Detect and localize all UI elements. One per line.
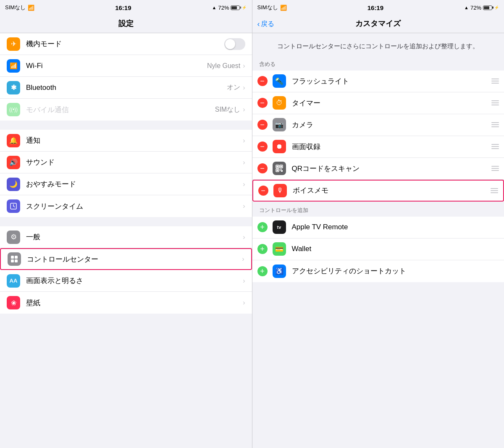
time-right: 16:19 bbox=[368, 4, 383, 11]
qr-row[interactable]: − QRコードをスキャン bbox=[252, 158, 504, 180]
qr-drag-handle[interactable] bbox=[491, 166, 499, 171]
include-section-label: 含める bbox=[252, 55, 504, 71]
flashlight-icon: 🔦 bbox=[273, 74, 286, 88]
camera-row[interactable]: − 📷 カメラ bbox=[252, 114, 504, 136]
svg-rect-5 bbox=[11, 259, 14, 262]
accessibility-icon: ♿ bbox=[273, 265, 286, 278]
airplane-label: 機内モード bbox=[26, 39, 224, 49]
sounds-label: サウンド bbox=[26, 157, 243, 167]
camera-remove-btn[interactable]: − bbox=[257, 120, 268, 130]
appletv-add-btn[interactable]: + bbox=[257, 222, 268, 232]
add-group: + tv Apple TV Remote + 💳 Wallet + ♿ bbox=[252, 217, 504, 282]
battery-pct-left: 72% bbox=[218, 5, 229, 11]
settings-nav-bar: 設定 bbox=[0, 15, 252, 33]
display-label: 画面表示と明るさ bbox=[26, 276, 243, 286]
svg-rect-15 bbox=[280, 170, 281, 171]
svg-rect-4 bbox=[15, 256, 18, 259]
mobile-icon: ((•)) bbox=[7, 103, 20, 116]
svg-rect-10 bbox=[276, 166, 278, 168]
qr-remove-btn[interactable]: − bbox=[257, 163, 268, 173]
accessibility-row[interactable]: + ♿ アクセシビリティのショートカット bbox=[252, 260, 504, 282]
voicememo-row[interactable]: − 🎙 ボイスメモ bbox=[252, 180, 504, 202]
controlcenter-chevron: › bbox=[242, 255, 244, 263]
mobile-row[interactable]: ((•)) モバイル通信 SIMなし › bbox=[0, 99, 252, 121]
mobile-label: モバイル通信 bbox=[26, 105, 215, 115]
customize-nav-bar: ‹ 戻る カスタマイズ bbox=[252, 15, 504, 33]
wallet-add-btn[interactable]: + bbox=[257, 244, 268, 254]
voicememo-drag-handle[interactable] bbox=[491, 188, 498, 193]
general-icon: ⚙ bbox=[7, 231, 20, 244]
location-icon-right: ▲ bbox=[464, 5, 469, 10]
general-row[interactable]: ⚙ 一般 › bbox=[0, 226, 252, 248]
wallpaper-icon: ❀ bbox=[7, 296, 20, 309]
timer-drag-handle[interactable] bbox=[491, 100, 499, 105]
alerts-section: 🔔 通知 › 🔊 サウンド › 🌙 おやすみモード bbox=[0, 130, 252, 217]
flashlight-remove-btn[interactable]: − bbox=[257, 76, 268, 86]
appletv-row[interactable]: + tv Apple TV Remote bbox=[252, 217, 504, 238]
controlcenter-icon bbox=[8, 252, 21, 266]
accessibility-label: アクセシビリティのショートカット bbox=[292, 266, 499, 276]
status-bar-right: SIMなし 📶 16:19 ▲ 72% ⚡ bbox=[252, 0, 504, 15]
battery-pct-right: 72% bbox=[470, 5, 481, 11]
voicememo-icon: 🎙 bbox=[273, 184, 287, 197]
timer-remove-btn[interactable]: − bbox=[257, 98, 268, 108]
timer-icon: ⏱ bbox=[273, 96, 286, 110]
sounds-row[interactable]: 🔊 サウンド › bbox=[0, 152, 252, 173]
wifi-chevron: › bbox=[243, 62, 245, 70]
voicememo-remove-btn[interactable]: − bbox=[258, 186, 268, 196]
voicememo-label: ボイスメモ bbox=[293, 186, 491, 195]
controlcenter-label: コントロールセンター bbox=[27, 254, 242, 264]
screenrecord-row[interactable]: − ⏺ 画面収録 bbox=[252, 136, 504, 158]
back-button[interactable]: ‹ 戻る bbox=[257, 20, 274, 29]
screentime-chevron: › bbox=[243, 202, 245, 210]
svg-rect-3 bbox=[11, 256, 14, 259]
carrier-left: SIMなし bbox=[5, 4, 26, 11]
accessibility-add-btn[interactable]: + bbox=[257, 266, 268, 276]
display-icon: AA bbox=[7, 274, 20, 288]
wallpaper-row[interactable]: ❀ 壁紙 › bbox=[0, 292, 252, 314]
customize-title: カスタマイズ bbox=[355, 19, 401, 28]
flashlight-label: フラッシュライト bbox=[292, 76, 492, 86]
bluetooth-row[interactable]: ✱ Bluetooth オン › bbox=[0, 77, 252, 99]
wifi-icon: 📶 bbox=[7, 59, 20, 73]
screentime-icon bbox=[7, 199, 20, 213]
screentime-row[interactable]: スクリーンタイム › bbox=[0, 195, 252, 217]
battery-icon-left bbox=[231, 5, 240, 10]
timer-row[interactable]: − ⏱ タイマー bbox=[252, 92, 504, 114]
battery-icon-right bbox=[483, 5, 492, 10]
wifi-icon-left: 📶 bbox=[28, 5, 34, 11]
notifications-icon: 🔔 bbox=[7, 134, 20, 147]
wallet-icon: 💳 bbox=[273, 242, 286, 256]
flashlight-row[interactable]: − 🔦 フラッシュライト bbox=[252, 71, 504, 92]
donotdisturb-icon: 🌙 bbox=[7, 178, 20, 191]
bluetooth-label: Bluetooth bbox=[26, 84, 227, 92]
display-row[interactable]: AA 画面表示と明るさ › bbox=[0, 270, 252, 292]
airplane-mode-row[interactable]: ✈ 機内モード bbox=[0, 33, 252, 55]
screenrecord-remove-btn[interactable]: − bbox=[257, 141, 268, 152]
customize-scroll[interactable]: コントロールセンターにさらにコントロールを追加および整理します。 含める − 🔦… bbox=[252, 33, 504, 448]
airplane-toggle[interactable] bbox=[224, 38, 245, 50]
screenrecord-drag-handle[interactable] bbox=[491, 144, 499, 149]
notifications-label: 通知 bbox=[26, 136, 243, 145]
mobile-value: SIMなし bbox=[215, 105, 240, 114]
bolt-left: ⚡ bbox=[242, 5, 247, 10]
settings-scroll[interactable]: ✈ 機内モード 📶 Wi-Fi Nyle Guest › bbox=[0, 33, 252, 448]
add-section-label: コントロールを追加 bbox=[252, 202, 504, 217]
network-section: ✈ 機内モード 📶 Wi-Fi Nyle Guest › bbox=[0, 33, 252, 121]
wifi-value: Nyle Guest bbox=[207, 62, 240, 70]
svg-rect-14 bbox=[281, 169, 282, 170]
network-group: ✈ 機内モード 📶 Wi-Fi Nyle Guest › bbox=[0, 33, 252, 121]
wallet-row[interactable]: + 💳 Wallet bbox=[252, 238, 504, 260]
settings-panel: SIMなし 📶 16:19 ▲ 72% ⚡ 設定 ✈ 機 bbox=[0, 0, 252, 448]
donotdisturb-row[interactable]: 🌙 おやすみモード › bbox=[0, 173, 252, 195]
svg-rect-12 bbox=[276, 170, 278, 171]
notifications-row[interactable]: 🔔 通知 › bbox=[0, 130, 252, 152]
flashlight-drag-handle[interactable] bbox=[491, 79, 499, 84]
camera-drag-handle[interactable] bbox=[491, 122, 499, 127]
wifi-row[interactable]: 📶 Wi-Fi Nyle Guest › bbox=[0, 55, 252, 77]
appletv-label: Apple TV Remote bbox=[292, 223, 499, 231]
customize-panel: SIMなし 📶 16:19 ▲ 72% ⚡ ‹ 戻る カスタマイズ コントロール… bbox=[252, 0, 504, 448]
controlcenter-row[interactable]: コントロールセンター › bbox=[0, 248, 252, 270]
location-icon-left: ▲ bbox=[212, 5, 217, 10]
screentime-label: スクリーンタイム bbox=[26, 202, 243, 211]
